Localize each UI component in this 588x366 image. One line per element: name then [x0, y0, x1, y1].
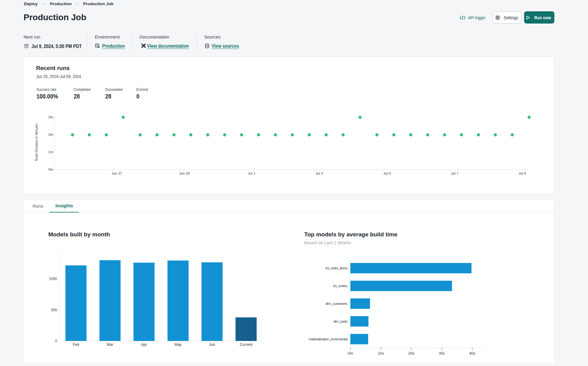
svg-text:Build Duration in Minutes: Build Duration in Minutes	[35, 123, 38, 161]
svg-text:Current: Current	[240, 342, 253, 347]
svg-text:Jul 7: Jul 7	[451, 172, 458, 175]
svg-text:1000: 1000	[49, 277, 57, 281]
svg-text:Apr: Apr	[141, 342, 147, 347]
svg-text:dim_customers: dim_customers	[326, 302, 348, 305]
svg-text:Jul 3: Jul 3	[316, 172, 323, 175]
svg-text:fct_orders: fct_orders	[333, 284, 348, 288]
svg-text:0: 0	[55, 339, 57, 343]
svg-text:materialization_incremental: materialization_incremental	[309, 337, 347, 341]
svg-text:3m: 3m	[48, 115, 53, 119]
svg-text:May: May	[174, 342, 182, 347]
svg-text:0m: 0m	[48, 168, 53, 171]
svg-text:500: 500	[51, 308, 57, 312]
svg-text:Jul 9: Jul 9	[519, 172, 526, 175]
svg-text:0m: 0m	[348, 351, 353, 356]
svg-text:1m: 1m	[48, 150, 53, 154]
svg-text:10s: 10s	[378, 351, 384, 356]
svg-text:Jun: Jun	[209, 342, 215, 347]
svg-text:30s: 30s	[439, 351, 445, 356]
svg-text:Jun 29: Jun 29	[179, 172, 190, 175]
svg-text:2m: 2m	[48, 133, 53, 136]
svg-text:20s: 20s	[408, 351, 414, 356]
svg-text:Feb: Feb	[73, 342, 80, 347]
svg-text:dim_parts: dim_parts	[333, 320, 348, 323]
svg-text:40s: 40s	[469, 351, 475, 356]
svg-text:Jul 5: Jul 5	[383, 172, 391, 175]
svg-text:Jun 27: Jun 27	[112, 172, 122, 175]
svg-text:Mar: Mar	[107, 342, 113, 347]
svg-text:fct_order_items: fct_order_items	[325, 266, 348, 270]
svg-text:Jul 1: Jul 1	[248, 172, 255, 175]
